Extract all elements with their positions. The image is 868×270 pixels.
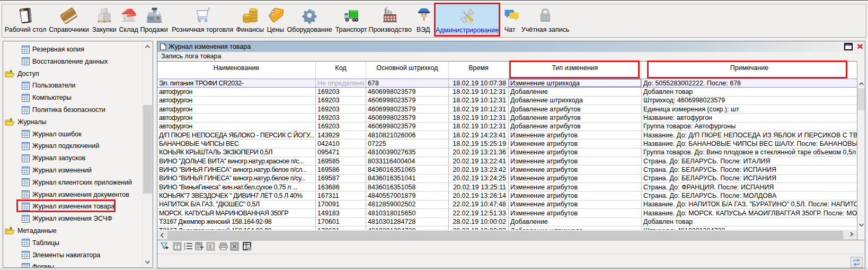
svg-text:3: 3: [184, 247, 185, 250]
svg-text:Σ: Σ: [209, 244, 212, 249]
